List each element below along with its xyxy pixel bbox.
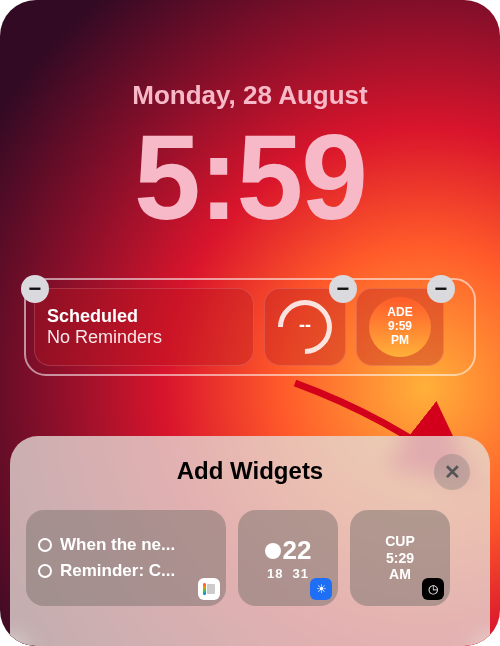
clock-face-icon: ADE 9:59 PM: [369, 297, 431, 357]
lock-screen: Monday, 28 August 5:59 − Scheduled No Re…: [0, 0, 500, 646]
clock-city: CUP: [385, 533, 415, 550]
reminder-item: Reminder: C...: [38, 561, 214, 581]
minus-icon: −: [29, 278, 42, 300]
widget-suggestions-row: When the ne... Reminder: C... 22 18: [26, 510, 474, 606]
clock-time: 9:59: [388, 320, 412, 334]
clock-city: ADE: [387, 306, 412, 320]
scheduled-subtitle: No Reminders: [47, 327, 241, 348]
weather-low: 18: [267, 566, 283, 581]
weather-app-icon: ☀: [310, 578, 332, 600]
weather-range: 18 31: [267, 566, 309, 581]
sheet-title: Add Widgets: [177, 457, 323, 485]
reminder-item: When the ne...: [38, 535, 214, 555]
remove-widget-button[interactable]: −: [329, 275, 357, 303]
suggestion-weather-widget[interactable]: 22 18 31 ☀: [238, 510, 338, 606]
widget-reminders-scheduled[interactable]: − Scheduled No Reminders: [34, 288, 254, 366]
reminder-text: Reminder: C...: [60, 561, 175, 581]
clock-time: 5:29: [385, 550, 415, 567]
date-label: Monday, 28 August: [0, 80, 500, 111]
scheduled-title: Scheduled: [47, 306, 241, 327]
weather-temp: 22: [283, 535, 312, 566]
gauge-value: --: [299, 315, 311, 336]
circle-icon: [38, 564, 52, 578]
remove-widget-button[interactable]: −: [21, 275, 49, 303]
widget-slot-row[interactable]: − Scheduled No Reminders − -- − ADE 9:59…: [24, 278, 476, 376]
remove-widget-button[interactable]: −: [427, 275, 455, 303]
sheet-header: Add Widgets ✕: [26, 454, 474, 488]
clock-period: AM: [385, 566, 415, 583]
sun-icon: [265, 543, 281, 559]
clock-content: CUP 5:29 AM: [385, 533, 415, 583]
minus-icon: −: [337, 278, 350, 300]
reminder-text: When the ne...: [60, 535, 175, 555]
minus-icon: −: [435, 278, 448, 300]
suggestion-clock-widget[interactable]: CUP 5:29 AM ◷: [350, 510, 450, 606]
close-icon: ✕: [444, 460, 461, 484]
weather-high: 31: [293, 566, 309, 581]
circle-icon: [38, 538, 52, 552]
close-sheet-button[interactable]: ✕: [434, 454, 470, 490]
reminders-app-icon: [198, 578, 220, 600]
clock-app-icon: ◷: [422, 578, 444, 600]
widget-world-clock[interactable]: − ADE 9:59 PM: [356, 288, 444, 366]
suggestion-reminders-widget[interactable]: When the ne... Reminder: C...: [26, 510, 226, 606]
add-widgets-sheet: Add Widgets ✕ When the ne... Reminder: C…: [10, 436, 490, 646]
weather-temp-row: 22: [265, 535, 312, 566]
clock-period: PM: [391, 334, 409, 348]
widget-gauge[interactable]: − --: [264, 288, 346, 366]
time-label: 5:59: [0, 108, 500, 246]
